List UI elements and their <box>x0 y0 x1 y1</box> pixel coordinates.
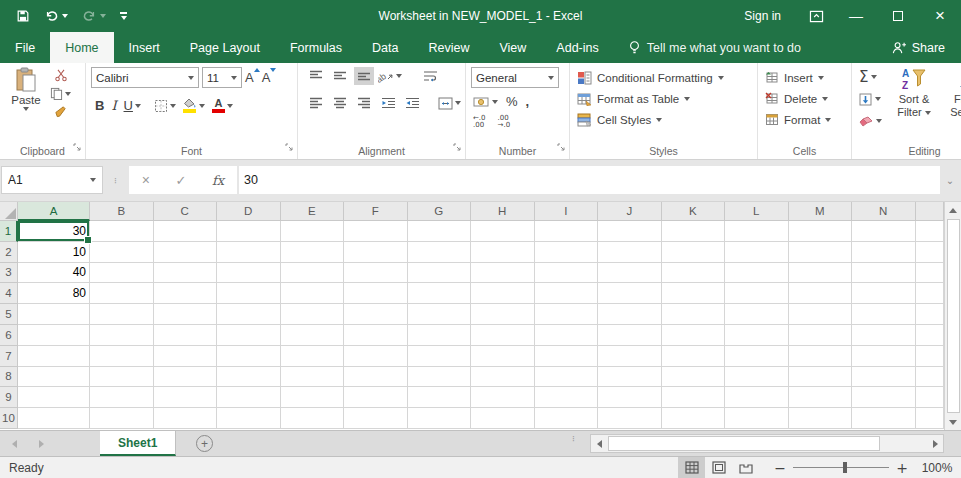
cell-B10[interactable] <box>90 408 154 429</box>
cell-N2[interactable] <box>852 242 916 263</box>
format-cells-button[interactable]: Format <box>763 109 848 130</box>
cell-H4[interactable] <box>471 283 535 304</box>
undo-button[interactable] <box>38 3 74 29</box>
cell-K3[interactable] <box>662 263 726 284</box>
cell-N6[interactable] <box>852 325 916 346</box>
cell-N5[interactable] <box>852 304 916 325</box>
row-header-7[interactable]: 7 <box>0 346 18 367</box>
cell-C10[interactable] <box>154 408 218 429</box>
formula-bar-splitter[interactable]: ⁝ <box>103 175 129 185</box>
cell-A6[interactable] <box>18 325 90 346</box>
underline-dropdown-icon[interactable] <box>135 104 141 108</box>
cell-D2[interactable] <box>217 242 281 263</box>
cell-E3[interactable] <box>281 263 345 284</box>
cell-H10[interactable] <box>471 408 535 429</box>
number-dialog-launcher[interactable] <box>557 138 566 156</box>
find-select-button[interactable]: Find & Select <box>946 67 961 130</box>
cell-L8[interactable] <box>725 367 789 388</box>
cell-I2[interactable] <box>535 242 599 263</box>
sort-filter-button[interactable]: AZ Sort & Filter <box>890 67 938 130</box>
align-center-button[interactable] <box>330 94 350 112</box>
row-header-9[interactable]: 9 <box>0 387 18 408</box>
cell-N1[interactable] <box>852 221 916 242</box>
cell-D10[interactable] <box>217 408 281 429</box>
merge-center-dropdown-icon[interactable] <box>455 101 461 105</box>
font-color-button[interactable]: A <box>212 99 233 113</box>
cell-A7[interactable] <box>18 346 90 367</box>
top-align-button[interactable] <box>306 67 326 85</box>
cell-L7[interactable] <box>725 346 789 367</box>
cell-C1[interactable] <box>154 221 218 242</box>
cell-E9[interactable] <box>281 387 345 408</box>
cell-C9[interactable] <box>154 387 218 408</box>
tab-strip-splitter[interactable]: ⁝ <box>572 436 575 441</box>
select-all-button[interactable] <box>0 202 18 221</box>
row-header-1[interactable]: 1 <box>0 221 18 242</box>
cell-J4[interactable] <box>598 283 662 304</box>
middle-align-button[interactable] <box>330 67 350 85</box>
tab-add-ins[interactable]: Add-ins <box>541 32 613 63</box>
clipboard-dialog-launcher[interactable] <box>73 138 82 156</box>
decrease-decimal-button[interactable]: .00 →.0 <box>498 115 511 129</box>
scroll-right-button[interactable] <box>927 435 943 452</box>
cell-A5[interactable] <box>18 304 90 325</box>
cell-K5[interactable] <box>662 304 726 325</box>
cell-M9[interactable] <box>789 387 853 408</box>
cell-L6[interactable] <box>725 325 789 346</box>
column-header-J[interactable]: J <box>598 202 662 221</box>
cell-I5[interactable] <box>535 304 599 325</box>
cell-E8[interactable] <box>281 367 345 388</box>
name-box[interactable]: A1 <box>1 166 103 194</box>
wrap-text-button[interactable] <box>420 67 440 85</box>
decrease-indent-button[interactable] <box>378 94 398 112</box>
cell-J7[interactable] <box>598 346 662 367</box>
cell-B1[interactable] <box>90 221 154 242</box>
save-button[interactable] <box>10 3 36 29</box>
cell-F2[interactable] <box>344 242 408 263</box>
cell-B8[interactable] <box>90 367 154 388</box>
fill-color-dropdown-icon[interactable] <box>199 104 205 108</box>
row-header-4[interactable]: 4 <box>0 283 18 304</box>
cell-J6[interactable] <box>598 325 662 346</box>
autosum-button[interactable]: Σ <box>859 68 882 86</box>
align-left-button[interactable] <box>306 94 326 112</box>
cell-A9[interactable] <box>18 387 90 408</box>
cell-E6[interactable] <box>281 325 345 346</box>
previous-sheet-button[interactable] <box>12 440 17 448</box>
paste-button[interactable]: Paste <box>8 67 44 118</box>
zoom-slider-handle[interactable] <box>843 462 847 473</box>
cell-D5[interactable] <box>217 304 281 325</box>
cell-I7[interactable] <box>535 346 599 367</box>
cut-button[interactable] <box>50 69 71 82</box>
clear-button[interactable] <box>859 112 882 130</box>
cell-K8[interactable] <box>662 367 726 388</box>
cell-J3[interactable] <box>598 263 662 284</box>
font-dialog-launcher[interactable] <box>285 138 294 156</box>
cell-K7[interactable] <box>662 346 726 367</box>
cell-D4[interactable] <box>217 283 281 304</box>
cell-F9[interactable] <box>344 387 408 408</box>
customize-qat-button[interactable] <box>114 12 133 20</box>
row-header-6[interactable]: 6 <box>0 325 18 346</box>
column-header-B[interactable]: B <box>90 202 154 221</box>
cell-G7[interactable] <box>408 346 472 367</box>
fill-color-button[interactable] <box>183 98 205 113</box>
cell-A1[interactable]: 30 <box>18 221 90 242</box>
cell-H5[interactable] <box>471 304 535 325</box>
cell-I6[interactable] <box>535 325 599 346</box>
cell-F4[interactable] <box>344 283 408 304</box>
column-header-M[interactable]: M <box>789 202 853 221</box>
cell-B3[interactable] <box>90 263 154 284</box>
page-layout-view-button[interactable] <box>705 457 732 478</box>
cell-H2[interactable] <box>471 242 535 263</box>
cell-J8[interactable] <box>598 367 662 388</box>
borders-dropdown-icon[interactable] <box>170 104 176 108</box>
cell-M2[interactable] <box>789 242 853 263</box>
increase-indent-button[interactable] <box>402 94 422 112</box>
cell-F6[interactable] <box>344 325 408 346</box>
bold-button[interactable]: B <box>95 98 104 113</box>
cell-G8[interactable] <box>408 367 472 388</box>
cell-L5[interactable] <box>725 304 789 325</box>
decrease-font-size-button[interactable]: A <box>262 70 276 85</box>
orientation-button[interactable]: ab <box>378 69 402 83</box>
